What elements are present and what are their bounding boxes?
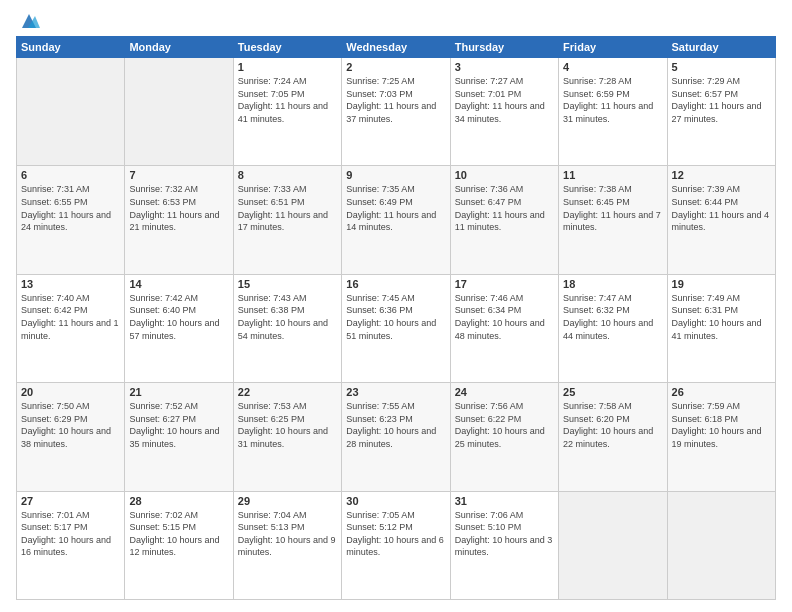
day-number: 3: [455, 61, 554, 73]
calendar-cell: 8Sunrise: 7:33 AM Sunset: 6:51 PM Daylig…: [233, 166, 341, 274]
day-number: 12: [672, 169, 771, 181]
calendar-cell: 29Sunrise: 7:04 AM Sunset: 5:13 PM Dayli…: [233, 491, 341, 599]
day-info: Sunrise: 7:50 AM Sunset: 6:29 PM Dayligh…: [21, 400, 120, 450]
calendar-cell: 28Sunrise: 7:02 AM Sunset: 5:15 PM Dayli…: [125, 491, 233, 599]
calendar-cell: 15Sunrise: 7:43 AM Sunset: 6:38 PM Dayli…: [233, 274, 341, 382]
calendar-cell: [667, 491, 775, 599]
day-number: 9: [346, 169, 445, 181]
day-number: 29: [238, 495, 337, 507]
day-info: Sunrise: 7:38 AM Sunset: 6:45 PM Dayligh…: [563, 183, 662, 233]
day-info: Sunrise: 7:24 AM Sunset: 7:05 PM Dayligh…: [238, 75, 337, 125]
calendar-week-row: 6Sunrise: 7:31 AM Sunset: 6:55 PM Daylig…: [17, 166, 776, 274]
day-number: 13: [21, 278, 120, 290]
day-info: Sunrise: 7:02 AM Sunset: 5:15 PM Dayligh…: [129, 509, 228, 559]
calendar-cell: 20Sunrise: 7:50 AM Sunset: 6:29 PM Dayli…: [17, 383, 125, 491]
calendar-cell: 17Sunrise: 7:46 AM Sunset: 6:34 PM Dayli…: [450, 274, 558, 382]
calendar-cell: 2Sunrise: 7:25 AM Sunset: 7:03 PM Daylig…: [342, 58, 450, 166]
day-number: 19: [672, 278, 771, 290]
day-info: Sunrise: 7:52 AM Sunset: 6:27 PM Dayligh…: [129, 400, 228, 450]
day-number: 15: [238, 278, 337, 290]
calendar-cell: 7Sunrise: 7:32 AM Sunset: 6:53 PM Daylig…: [125, 166, 233, 274]
day-number: 14: [129, 278, 228, 290]
day-number: 4: [563, 61, 662, 73]
day-info: Sunrise: 7:01 AM Sunset: 5:17 PM Dayligh…: [21, 509, 120, 559]
day-info: Sunrise: 7:06 AM Sunset: 5:10 PM Dayligh…: [455, 509, 554, 559]
day-number: 28: [129, 495, 228, 507]
day-number: 1: [238, 61, 337, 73]
day-number: 2: [346, 61, 445, 73]
day-number: 31: [455, 495, 554, 507]
calendar-cell: 22Sunrise: 7:53 AM Sunset: 6:25 PM Dayli…: [233, 383, 341, 491]
day-info: Sunrise: 7:33 AM Sunset: 6:51 PM Dayligh…: [238, 183, 337, 233]
calendar-week-row: 13Sunrise: 7:40 AM Sunset: 6:42 PM Dayli…: [17, 274, 776, 382]
day-number: 11: [563, 169, 662, 181]
calendar-cell: 10Sunrise: 7:36 AM Sunset: 6:47 PM Dayli…: [450, 166, 558, 274]
day-info: Sunrise: 7:32 AM Sunset: 6:53 PM Dayligh…: [129, 183, 228, 233]
day-number: 17: [455, 278, 554, 290]
day-info: Sunrise: 7:35 AM Sunset: 6:49 PM Dayligh…: [346, 183, 445, 233]
day-info: Sunrise: 7:28 AM Sunset: 6:59 PM Dayligh…: [563, 75, 662, 125]
day-info: Sunrise: 7:27 AM Sunset: 7:01 PM Dayligh…: [455, 75, 554, 125]
weekday-header-friday: Friday: [559, 37, 667, 58]
weekday-header-wednesday: Wednesday: [342, 37, 450, 58]
day-number: 20: [21, 386, 120, 398]
day-number: 18: [563, 278, 662, 290]
day-info: Sunrise: 7:43 AM Sunset: 6:38 PM Dayligh…: [238, 292, 337, 342]
calendar-cell: 27Sunrise: 7:01 AM Sunset: 5:17 PM Dayli…: [17, 491, 125, 599]
weekday-header-sunday: Sunday: [17, 37, 125, 58]
weekday-header-thursday: Thursday: [450, 37, 558, 58]
calendar-week-row: 1Sunrise: 7:24 AM Sunset: 7:05 PM Daylig…: [17, 58, 776, 166]
day-number: 25: [563, 386, 662, 398]
day-info: Sunrise: 7:56 AM Sunset: 6:22 PM Dayligh…: [455, 400, 554, 450]
calendar-cell: 1Sunrise: 7:24 AM Sunset: 7:05 PM Daylig…: [233, 58, 341, 166]
day-info: Sunrise: 7:55 AM Sunset: 6:23 PM Dayligh…: [346, 400, 445, 450]
calendar-cell: 25Sunrise: 7:58 AM Sunset: 6:20 PM Dayli…: [559, 383, 667, 491]
calendar-cell: 3Sunrise: 7:27 AM Sunset: 7:01 PM Daylig…: [450, 58, 558, 166]
day-number: 30: [346, 495, 445, 507]
calendar-cell: 31Sunrise: 7:06 AM Sunset: 5:10 PM Dayli…: [450, 491, 558, 599]
day-number: 22: [238, 386, 337, 398]
day-info: Sunrise: 7:47 AM Sunset: 6:32 PM Dayligh…: [563, 292, 662, 342]
day-number: 21: [129, 386, 228, 398]
calendar-cell: 4Sunrise: 7:28 AM Sunset: 6:59 PM Daylig…: [559, 58, 667, 166]
day-number: 24: [455, 386, 554, 398]
weekday-header-monday: Monday: [125, 37, 233, 58]
logo: [16, 12, 40, 28]
calendar-cell: 11Sunrise: 7:38 AM Sunset: 6:45 PM Dayli…: [559, 166, 667, 274]
day-info: Sunrise: 7:46 AM Sunset: 6:34 PM Dayligh…: [455, 292, 554, 342]
calendar-cell: 26Sunrise: 7:59 AM Sunset: 6:18 PM Dayli…: [667, 383, 775, 491]
calendar-cell: 18Sunrise: 7:47 AM Sunset: 6:32 PM Dayli…: [559, 274, 667, 382]
calendar-cell: 19Sunrise: 7:49 AM Sunset: 6:31 PM Dayli…: [667, 274, 775, 382]
calendar-header-row: SundayMondayTuesdayWednesdayThursdayFrid…: [17, 37, 776, 58]
day-number: 16: [346, 278, 445, 290]
day-number: 10: [455, 169, 554, 181]
calendar-cell: 14Sunrise: 7:42 AM Sunset: 6:40 PM Dayli…: [125, 274, 233, 382]
weekday-header-tuesday: Tuesday: [233, 37, 341, 58]
calendar: SundayMondayTuesdayWednesdayThursdayFrid…: [16, 36, 776, 600]
day-number: 26: [672, 386, 771, 398]
calendar-cell: 12Sunrise: 7:39 AM Sunset: 6:44 PM Dayli…: [667, 166, 775, 274]
calendar-cell: 16Sunrise: 7:45 AM Sunset: 6:36 PM Dayli…: [342, 274, 450, 382]
day-info: Sunrise: 7:04 AM Sunset: 5:13 PM Dayligh…: [238, 509, 337, 559]
header: [16, 12, 776, 28]
calendar-cell: 21Sunrise: 7:52 AM Sunset: 6:27 PM Dayli…: [125, 383, 233, 491]
day-info: Sunrise: 7:45 AM Sunset: 6:36 PM Dayligh…: [346, 292, 445, 342]
calendar-cell: [17, 58, 125, 166]
day-info: Sunrise: 7:49 AM Sunset: 6:31 PM Dayligh…: [672, 292, 771, 342]
calendar-cell: 13Sunrise: 7:40 AM Sunset: 6:42 PM Dayli…: [17, 274, 125, 382]
day-number: 8: [238, 169, 337, 181]
calendar-cell: 23Sunrise: 7:55 AM Sunset: 6:23 PM Dayli…: [342, 383, 450, 491]
day-info: Sunrise: 7:58 AM Sunset: 6:20 PM Dayligh…: [563, 400, 662, 450]
day-number: 23: [346, 386, 445, 398]
calendar-week-row: 27Sunrise: 7:01 AM Sunset: 5:17 PM Dayli…: [17, 491, 776, 599]
day-info: Sunrise: 7:42 AM Sunset: 6:40 PM Dayligh…: [129, 292, 228, 342]
day-info: Sunrise: 7:40 AM Sunset: 6:42 PM Dayligh…: [21, 292, 120, 342]
day-number: 6: [21, 169, 120, 181]
calendar-cell: [559, 491, 667, 599]
day-info: Sunrise: 7:59 AM Sunset: 6:18 PM Dayligh…: [672, 400, 771, 450]
day-info: Sunrise: 7:05 AM Sunset: 5:12 PM Dayligh…: [346, 509, 445, 559]
calendar-cell: 24Sunrise: 7:56 AM Sunset: 6:22 PM Dayli…: [450, 383, 558, 491]
logo-icon: [18, 10, 40, 32]
calendar-cell: 9Sunrise: 7:35 AM Sunset: 6:49 PM Daylig…: [342, 166, 450, 274]
day-info: Sunrise: 7:53 AM Sunset: 6:25 PM Dayligh…: [238, 400, 337, 450]
